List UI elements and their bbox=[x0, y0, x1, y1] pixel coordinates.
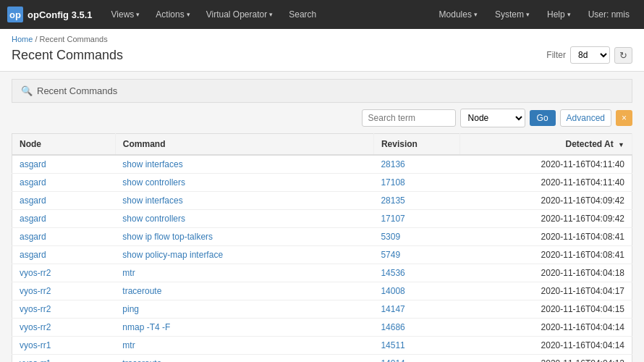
filter-row: Filter 1d 2d 4d 8d 14d 30d ↻ bbox=[546, 46, 632, 64]
table-row: asgardshow ip flow top-talkers53092020-1… bbox=[12, 228, 632, 246]
main-content: 🔍 Recent Commands Node Command Revision … bbox=[0, 72, 644, 362]
command-link[interactable]: show interfaces bbox=[122, 195, 182, 206]
command-link[interactable]: show ip flow top-talkers bbox=[122, 232, 213, 242]
cell-detected-at: 2020-11-16T04:04:14 bbox=[459, 337, 632, 355]
cell-node: vyos-rr2 bbox=[12, 282, 116, 300]
command-link[interactable]: ping bbox=[122, 304, 139, 314]
cell-detected-at: 2020-11-16T04:04:12 bbox=[459, 355, 632, 363]
nav-search[interactable]: Search bbox=[281, 4, 323, 25]
command-link[interactable]: traceroute bbox=[122, 286, 161, 296]
table-row: vyos-rr2ping141472020-11-16T04:04:15 bbox=[12, 300, 632, 319]
cell-command: show interfaces bbox=[115, 192, 373, 210]
node-link[interactable]: vyos-rr2 bbox=[20, 304, 51, 314]
cell-node: vyos-rr2 bbox=[12, 319, 116, 337]
nav-help[interactable]: Help ▾ bbox=[540, 4, 578, 25]
chevron-down-icon: ▾ bbox=[474, 11, 478, 18]
node-link[interactable]: vyos-rr2 bbox=[20, 268, 51, 278]
revision-link[interactable]: 14014 bbox=[381, 358, 404, 362]
command-link[interactable]: traceroute bbox=[122, 358, 161, 362]
node-link[interactable]: asgard bbox=[20, 250, 46, 260]
command-link[interactable]: show controllers bbox=[122, 214, 185, 224]
cell-revision: 5309 bbox=[373, 228, 459, 246]
cell-detected-at: 2020-11-16T04:04:18 bbox=[459, 264, 632, 282]
cell-command: mtr bbox=[115, 264, 373, 282]
nav-user[interactable]: User: nmis bbox=[581, 4, 637, 25]
node-link[interactable]: asgard bbox=[20, 232, 46, 242]
node-link[interactable]: asgard bbox=[20, 195, 46, 206]
table-row: asgardshow controllers171082020-11-16T04… bbox=[12, 174, 632, 192]
node-link[interactable]: asgard bbox=[20, 177, 46, 188]
cell-revision: 17108 bbox=[373, 174, 459, 192]
column-detected-at[interactable]: Detected At ▼ bbox=[459, 134, 632, 156]
table-row: asgardshow controllers171072020-11-16T04… bbox=[12, 210, 632, 228]
revision-link[interactable]: 14536 bbox=[381, 268, 404, 278]
search-icon: 🔍 bbox=[21, 85, 33, 96]
app-logo: op bbox=[7, 7, 23, 22]
command-link[interactable]: show controllers bbox=[122, 177, 185, 188]
chevron-down-icon: ▾ bbox=[187, 11, 190, 18]
command-link[interactable]: mtr bbox=[122, 340, 135, 350]
revision-link[interactable]: 28136 bbox=[381, 159, 404, 169]
page-title: Recent Commands bbox=[12, 48, 123, 63]
revision-link[interactable]: 14511 bbox=[381, 340, 404, 350]
cell-detected-at: 2020-11-16T04:09:42 bbox=[459, 210, 632, 228]
node-link[interactable]: asgard bbox=[20, 214, 46, 224]
node-link[interactable]: vyos-rr1 bbox=[20, 340, 51, 350]
nav-system[interactable]: System ▾ bbox=[488, 4, 537, 25]
node-link[interactable]: asgard bbox=[20, 159, 46, 169]
revision-link[interactable]: 14686 bbox=[381, 322, 404, 332]
refresh-button[interactable]: ↻ bbox=[614, 47, 632, 64]
sort-icon: ▼ bbox=[618, 141, 624, 148]
filter-select[interactable]: 1d 2d 4d 8d 14d 30d bbox=[570, 46, 610, 64]
column-command[interactable]: Command bbox=[115, 134, 373, 156]
breadcrumb-home[interactable]: Home bbox=[12, 35, 33, 43]
cell-node: asgard bbox=[12, 246, 116, 264]
cell-revision: 14014 bbox=[373, 355, 459, 363]
nav-views[interactable]: Views ▾ bbox=[104, 4, 148, 25]
revision-link[interactable]: 14147 bbox=[381, 304, 404, 314]
breadcrumb-current: Recent Commands bbox=[40, 35, 108, 43]
chevron-down-icon: ▾ bbox=[567, 11, 571, 18]
table-header: Node Command Revision Detected At ▼ bbox=[12, 134, 632, 156]
cell-detected-at: 2020-11-16T04:04:14 bbox=[459, 319, 632, 337]
nav-virtual-operator[interactable]: Virtual Operator ▾ bbox=[199, 4, 281, 25]
cell-node: asgard bbox=[12, 210, 116, 228]
section-header: 🔍 Recent Commands bbox=[12, 79, 632, 103]
nav-actions[interactable]: Actions ▾ bbox=[148, 4, 197, 25]
cell-node: asgard bbox=[12, 174, 116, 192]
column-node[interactable]: Node bbox=[12, 134, 116, 156]
revision-link[interactable]: 28135 bbox=[381, 195, 404, 206]
cell-revision: 17107 bbox=[373, 210, 459, 228]
cell-revision: 14147 bbox=[373, 300, 459, 319]
table-row: vyos-rr2traceroute140082020-11-16T04:04:… bbox=[12, 282, 632, 300]
command-link[interactable]: mtr bbox=[122, 268, 135, 278]
revision-link[interactable]: 5749 bbox=[381, 250, 400, 260]
revision-link[interactable]: 17107 bbox=[381, 214, 404, 224]
advanced-button[interactable]: Advanced bbox=[560, 109, 611, 127]
column-revision[interactable]: Revision bbox=[373, 134, 459, 156]
clear-button[interactable]: × bbox=[616, 110, 632, 126]
nav-modules[interactable]: Modules ▾ bbox=[432, 4, 485, 25]
command-link[interactable]: nmap -T4 -F bbox=[122, 322, 170, 332]
cell-revision: 14686 bbox=[373, 319, 459, 337]
search-type-select[interactable]: Node Command Revision bbox=[460, 109, 525, 127]
navbar-brand[interactable]: op opConfig 3.5.1 bbox=[7, 7, 93, 22]
command-link[interactable]: show interfaces bbox=[122, 159, 182, 169]
revision-link[interactable]: 17108 bbox=[381, 177, 404, 188]
node-link[interactable]: vyos-rr2 bbox=[20, 322, 51, 332]
table-row: vyos-rr1traceroute140142020-11-16T04:04:… bbox=[12, 355, 632, 363]
command-link[interactable]: show policy-map interface bbox=[122, 250, 223, 260]
cell-command: show controllers bbox=[115, 210, 373, 228]
logo-text: op bbox=[9, 9, 21, 20]
cell-detected-at: 2020-11-16T04:11:40 bbox=[459, 155, 632, 174]
revision-link[interactable]: 5309 bbox=[381, 232, 400, 242]
cell-revision: 14008 bbox=[373, 282, 459, 300]
revision-link[interactable]: 14008 bbox=[381, 286, 404, 296]
search-bar: Node Command Revision Go Advanced × bbox=[12, 109, 632, 127]
cell-revision: 14536 bbox=[373, 264, 459, 282]
search-input[interactable] bbox=[362, 109, 456, 127]
go-button[interactable]: Go bbox=[530, 110, 556, 126]
node-link[interactable]: vyos-rr2 bbox=[20, 286, 51, 296]
node-link[interactable]: vyos-rr1 bbox=[20, 358, 51, 362]
breadcrumb: Home / Recent Commands bbox=[12, 35, 632, 43]
